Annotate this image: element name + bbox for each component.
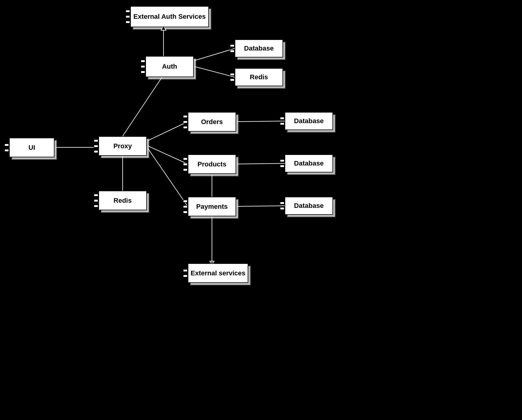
db-orders-ports xyxy=(280,117,285,125)
port xyxy=(4,149,9,152)
port xyxy=(280,207,285,210)
port xyxy=(183,200,188,203)
database-products-box: Database xyxy=(285,154,333,172)
port xyxy=(183,157,188,160)
port xyxy=(183,205,188,208)
port xyxy=(183,211,188,214)
external-services-box: External services xyxy=(188,263,248,283)
port xyxy=(230,50,235,53)
svg-line-2 xyxy=(148,146,188,164)
port xyxy=(94,145,98,148)
port xyxy=(125,15,130,18)
payments-label: Payments xyxy=(196,203,228,211)
port xyxy=(183,115,188,118)
port xyxy=(280,117,285,120)
external-auth-label: External Auth Services xyxy=(134,13,206,21)
database-payments-label: Database xyxy=(294,202,324,210)
ui-label: UI xyxy=(28,144,35,152)
proxy-box: Proxy xyxy=(98,136,147,156)
port xyxy=(125,21,130,24)
port xyxy=(280,159,285,162)
auth-label: Auth xyxy=(162,63,177,71)
diagram-container: External Auth Services Auth Database Red… xyxy=(0,0,522,420)
port xyxy=(140,60,145,63)
port xyxy=(280,165,285,168)
ui-box: UI xyxy=(9,138,55,157)
port xyxy=(183,269,188,272)
port xyxy=(183,168,188,171)
products-label: Products xyxy=(197,160,226,168)
port xyxy=(183,274,188,277)
port xyxy=(140,65,145,68)
port xyxy=(230,78,235,81)
payments-box: Payments xyxy=(188,197,236,216)
port xyxy=(230,44,235,47)
port xyxy=(4,143,9,146)
redis-auth-box: Redis xyxy=(235,68,283,86)
products-box: Products xyxy=(188,154,236,174)
database-auth-box: Database xyxy=(235,39,283,57)
connections-svg xyxy=(0,0,522,420)
payments-ports xyxy=(183,200,188,214)
port xyxy=(280,122,285,125)
svg-line-3 xyxy=(148,148,188,206)
redis-auth-label: Redis xyxy=(250,73,268,81)
port xyxy=(94,150,98,153)
db-products-ports xyxy=(280,159,285,168)
port xyxy=(94,194,98,197)
svg-line-10 xyxy=(237,163,285,164)
ui-ports xyxy=(4,143,9,152)
external-services-ports xyxy=(183,269,188,277)
external-auth-services-box: External Auth Services xyxy=(130,6,209,27)
orders-box: Orders xyxy=(188,112,236,132)
database-auth-label: Database xyxy=(244,44,274,52)
products-ports xyxy=(183,157,188,171)
database-products-label: Database xyxy=(294,159,324,167)
port xyxy=(94,205,98,208)
port xyxy=(140,71,145,74)
redis-proxy-box: Redis xyxy=(98,191,147,210)
svg-line-7 xyxy=(195,48,235,61)
db-auth-ports xyxy=(230,44,235,53)
svg-line-9 xyxy=(237,121,285,122)
auth-box: Auth xyxy=(145,56,194,77)
port xyxy=(230,73,235,76)
redis-proxy-label: Redis xyxy=(114,197,132,205)
port xyxy=(183,120,188,123)
svg-line-4 xyxy=(123,77,162,136)
database-payments-box: Database xyxy=(285,197,333,215)
svg-line-1 xyxy=(148,122,188,141)
external-services-label: External services xyxy=(190,269,245,277)
orders-ports xyxy=(183,115,188,129)
port xyxy=(125,10,130,13)
redis-auth-ports xyxy=(230,73,235,81)
proxy-ports xyxy=(94,139,98,153)
database-orders-box: Database xyxy=(285,112,333,130)
port xyxy=(183,126,188,129)
port xyxy=(94,139,98,142)
proxy-label: Proxy xyxy=(113,142,132,150)
svg-line-11 xyxy=(237,206,285,206)
external-auth-ports xyxy=(125,10,130,24)
database-orders-label: Database xyxy=(294,117,324,125)
svg-line-8 xyxy=(195,67,235,77)
redis-proxy-ports xyxy=(94,194,98,208)
port xyxy=(94,199,98,202)
orders-label: Orders xyxy=(201,118,223,126)
auth-ports xyxy=(140,60,145,74)
port xyxy=(280,202,285,205)
db-payments-ports xyxy=(280,202,285,210)
port xyxy=(183,163,188,166)
